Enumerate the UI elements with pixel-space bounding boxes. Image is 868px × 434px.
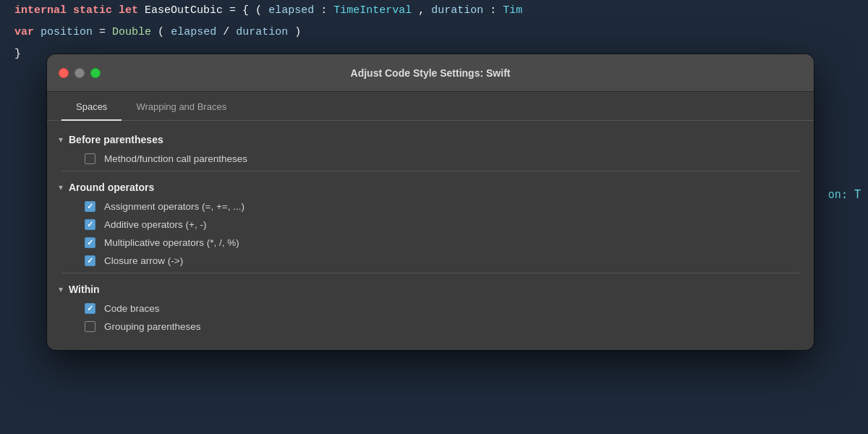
setting-multiplicative-operators: ✓ Multiplicative operators (*, /, %) xyxy=(47,234,814,252)
separator-2 xyxy=(61,273,799,273)
chevron-around-operators-icon: ▾ xyxy=(59,182,63,192)
label-grouping-parentheses: Grouping parentheses xyxy=(104,321,201,332)
checkmark-icon: ✓ xyxy=(87,221,93,229)
label-closure-arrow: Closure arrow (->) xyxy=(104,255,183,266)
checkmark-icon: ✓ xyxy=(87,305,93,312)
tab-wrapping-and-braces[interactable]: Wrapping and Braces xyxy=(122,93,241,121)
separator-1 xyxy=(61,171,799,171)
keyword-let: let xyxy=(119,4,138,17)
label-method-function-call: Method/function call parentheses xyxy=(104,153,247,164)
keyword-internal: internal xyxy=(14,4,67,17)
checkmark-icon: ✓ xyxy=(87,257,93,265)
checkbox-assignment-operators[interactable]: ✓ xyxy=(85,201,95,212)
checkbox-multiplicative-operators[interactable]: ✓ xyxy=(85,237,95,248)
section-before-parentheses-title: Before parentheses xyxy=(69,134,163,145)
title-bar: Adjust Code Style Settings: Swift xyxy=(47,54,814,92)
section-within-title: Within xyxy=(69,284,100,295)
section-around-operators-title: Around operators xyxy=(69,182,154,193)
chevron-within-icon: ▾ xyxy=(59,284,63,294)
setting-method-function-call: Method/function call parentheses xyxy=(47,150,814,168)
label-code-braces: Code braces xyxy=(104,303,160,314)
setting-additive-operators: ✓ Additive operators (+, -) xyxy=(47,216,814,234)
checkbox-code-braces[interactable]: ✓ xyxy=(85,303,95,314)
setting-assignment-operators: ✓ Assignment operators (=, +=, ...) xyxy=(47,197,814,216)
checkbox-additive-operators[interactable]: ✓ xyxy=(85,219,95,230)
content-area: ▾ Before parentheses Method/function cal… xyxy=(47,121,814,350)
tab-spaces[interactable]: Spaces xyxy=(61,93,122,121)
section-within[interactable]: ▾ Within xyxy=(47,276,814,299)
section-around-operators[interactable]: ▾ Around operators xyxy=(47,174,814,197)
code-line-1: internal static let EaseOutCubic = { ( e… xyxy=(0,0,868,22)
keyword-static: static xyxy=(73,4,112,17)
dialog-title: Adjust Code Style Settings: Swift xyxy=(351,67,511,79)
checkbox-grouping-parentheses[interactable] xyxy=(85,321,95,332)
code-right-text: on: T xyxy=(828,188,868,201)
label-additive-operators: Additive operators (+, -) xyxy=(104,219,206,230)
checkmark-icon: ✓ xyxy=(87,239,93,247)
setting-grouping-parentheses: Grouping parentheses xyxy=(47,318,814,336)
label-assignment-operators: Assignment operators (=, +=, ...) xyxy=(104,201,244,212)
checkbox-method-function-call[interactable] xyxy=(85,153,95,164)
setting-code-braces: ✓ Code braces xyxy=(47,299,814,318)
tab-bar: Spaces Wrapping and Braces xyxy=(47,92,814,121)
minimize-button[interactable] xyxy=(75,68,85,78)
chevron-before-parentheses-icon: ▾ xyxy=(59,135,63,145)
section-before-parentheses[interactable]: ▾ Before parentheses xyxy=(47,127,814,150)
checkbox-closure-arrow[interactable]: ✓ xyxy=(85,255,95,266)
window-controls xyxy=(59,68,101,78)
setting-closure-arrow: ✓ Closure arrow (->) xyxy=(47,252,814,270)
checkmark-icon: ✓ xyxy=(87,203,93,210)
maximize-button[interactable] xyxy=(90,68,101,78)
dialog: Adjust Code Style Settings: Swift Spaces… xyxy=(47,54,814,350)
label-multiplicative-operators: Multiplicative operators (*, /, %) xyxy=(104,237,239,248)
code-line-2: var position = Double ( elapsed / durati… xyxy=(0,22,868,43)
close-button[interactable] xyxy=(59,68,69,78)
